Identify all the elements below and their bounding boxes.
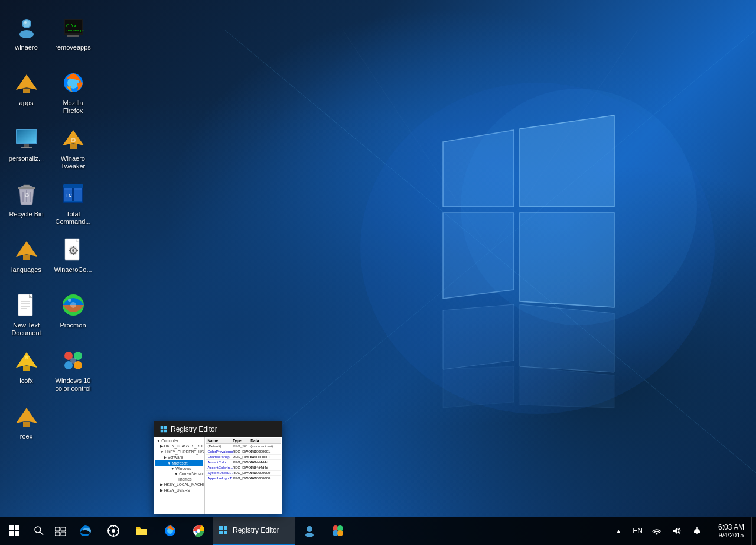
regedit-popup-content: ▼ Computer ▶ HKEY_CLASSES_ROOT ▼ HKEY_CU… xyxy=(154,437,282,514)
regedit-values-panel: Name Type Data (Default) REG_SZ (value n… xyxy=(205,437,282,514)
svg-line-73 xyxy=(40,532,43,535)
tray-network-icon[interactable] xyxy=(647,517,666,545)
svg-point-72 xyxy=(35,527,41,533)
procmon-icon xyxy=(59,291,87,319)
icofx-label: icofx xyxy=(19,377,33,385)
taskbar-winaero[interactable] xyxy=(295,517,324,545)
desktop-icon-totalcmd[interactable]: TC Total Command... xyxy=(51,177,95,230)
svg-rect-45 xyxy=(63,184,83,188)
totalcmd-icon: TC xyxy=(59,180,87,208)
svg-rect-68 xyxy=(161,426,164,429)
desktop-icon-languages[interactable]: languages xyxy=(4,232,48,286)
languages-label: languages xyxy=(11,266,41,274)
svg-rect-16 xyxy=(24,144,29,147)
svg-rect-76 xyxy=(55,532,60,536)
winaero-label: winaero xyxy=(15,44,38,51)
taskbar-chrome[interactable] xyxy=(184,517,213,545)
languages-icon xyxy=(12,235,41,264)
desktop-icon-winaero[interactable]: winaero xyxy=(4,10,48,63)
regedit-inner: ▼ Computer ▶ HKEY_CLASSES_ROOT ▼ HKEY_CU… xyxy=(154,437,282,514)
roex-label: roex xyxy=(20,433,32,440)
desktop-icon-apps[interactable]: apps xyxy=(4,66,48,119)
search-icon xyxy=(34,526,44,536)
regedit-tree-item: ▼ Computer xyxy=(155,438,203,443)
svg-rect-83 xyxy=(117,530,119,531)
icofx-icon xyxy=(12,346,41,375)
task-view-button[interactable] xyxy=(50,517,71,545)
clock-time: 6:03 AM xyxy=(718,523,744,531)
tray-chevron[interactable]: ▲ xyxy=(609,517,628,545)
svg-rect-81 xyxy=(113,534,114,537)
svg-rect-15 xyxy=(17,130,36,143)
tray-language[interactable]: EN xyxy=(629,527,646,535)
desktop-icon-winaeroco[interactable]: WinaeroCo... xyxy=(51,232,95,286)
svg-rect-71 xyxy=(164,430,167,433)
svg-rect-48 xyxy=(64,188,72,190)
personaliz-label: personaliz... xyxy=(9,155,44,163)
svg-point-9 xyxy=(19,30,34,38)
desktop-icon-removeapps[interactable]: C:\>_ removeapps removeapps xyxy=(51,10,95,63)
svg-rect-92 xyxy=(224,531,227,534)
svg-rect-47 xyxy=(74,190,82,201)
start-button[interactable] xyxy=(0,517,28,545)
svg-rect-69 xyxy=(164,426,167,429)
procmon-label: Procmon xyxy=(60,322,86,329)
svg-point-99 xyxy=(656,533,657,535)
svg-rect-41 xyxy=(70,144,77,149)
desktop-icon-win10color[interactable]: Windows 10 color control xyxy=(51,343,95,397)
win10color-label: Windows 10 color control xyxy=(54,377,92,392)
desktop-icon-newtextdoc[interactable]: New Text Document xyxy=(4,288,48,341)
taskbar-colorctrl[interactable] xyxy=(324,517,352,545)
svg-rect-25 xyxy=(23,255,30,260)
taskbar-regedit-active[interactable]: Registry Editor xyxy=(213,517,295,545)
tray-notification-icon[interactable] xyxy=(687,517,706,545)
taskbar: Registry Editor ▲ EN xyxy=(0,517,756,545)
regedit-preview-popup[interactable]: Registry Editor ▼ Computer ▶ HKEY_CLASSE… xyxy=(154,421,282,514)
desktop-icon-recyclebin[interactable]: ♻ Recycle Bin xyxy=(4,177,48,230)
svg-point-94 xyxy=(305,533,314,537)
desktop-icon-personaliz[interactable]: personaliz... xyxy=(4,121,48,174)
totalcmd-label: Total Command... xyxy=(54,210,92,226)
volume-icon xyxy=(672,527,682,535)
regedit-tree-item: ▼ CurrentVersion xyxy=(155,471,203,476)
svg-rect-75 xyxy=(61,527,66,531)
desktop-icons-container: winaero apps xyxy=(0,0,177,514)
taskbar-settings[interactable] xyxy=(99,517,128,545)
firefox-icon xyxy=(59,69,87,97)
regedit-tree-item: ▶ Software xyxy=(155,455,203,460)
firefox-label: Mozilla Firefox xyxy=(54,99,92,115)
windows-logo-background xyxy=(224,30,756,473)
svg-rect-89 xyxy=(219,526,223,530)
svg-rect-101 xyxy=(696,527,698,529)
firefox-taskbar-icon xyxy=(164,524,177,537)
svg-rect-12 xyxy=(23,89,30,93)
taskbar-clock[interactable]: 6:03 AM 9/4/2015 xyxy=(711,517,751,545)
system-tray: ▲ EN xyxy=(604,517,711,545)
tray-volume-icon[interactable] xyxy=(667,517,686,545)
svg-point-55 xyxy=(72,249,74,252)
winaeroco-icon xyxy=(59,235,87,264)
desktop-icon-procmon[interactable]: Procmon xyxy=(51,288,95,341)
svg-rect-91 xyxy=(219,531,223,534)
svg-rect-17 xyxy=(21,147,32,148)
taskbar-explorer[interactable] xyxy=(128,517,156,545)
removeapps-label: removeapps xyxy=(55,44,91,51)
svg-text:♻: ♻ xyxy=(24,192,29,199)
svg-rect-74 xyxy=(55,527,60,531)
desktop-icon-firefox[interactable]: Mozilla Firefox xyxy=(51,66,95,119)
desktop-icon-winaero-tweaker[interactable]: Winaero Tweaker xyxy=(51,121,95,174)
show-desktop-button[interactable] xyxy=(751,517,756,545)
svg-rect-31 xyxy=(23,366,30,371)
taskbar-firefox[interactable] xyxy=(156,517,184,545)
regedit-value-row: EnableTransp... REG_DWORD 0x00000001 xyxy=(206,455,281,460)
regedit-tree-item: ▶ HKEY_USERS xyxy=(155,488,203,494)
winaeroco-label: WinaeroCo... xyxy=(54,266,92,274)
search-button[interactable] xyxy=(28,517,50,545)
regedit-tree-item: Themes xyxy=(155,476,203,482)
svg-rect-70 xyxy=(161,430,164,433)
taskbar-edge[interactable] xyxy=(71,517,99,545)
regedit-tree-item: ▼ HKEY_CURRENT_USER xyxy=(155,449,203,455)
desktop-icon-roex[interactable]: roex xyxy=(4,399,48,452)
settings-taskbar-icon xyxy=(107,524,120,537)
desktop-icon-icofx[interactable]: icofx xyxy=(4,343,48,397)
